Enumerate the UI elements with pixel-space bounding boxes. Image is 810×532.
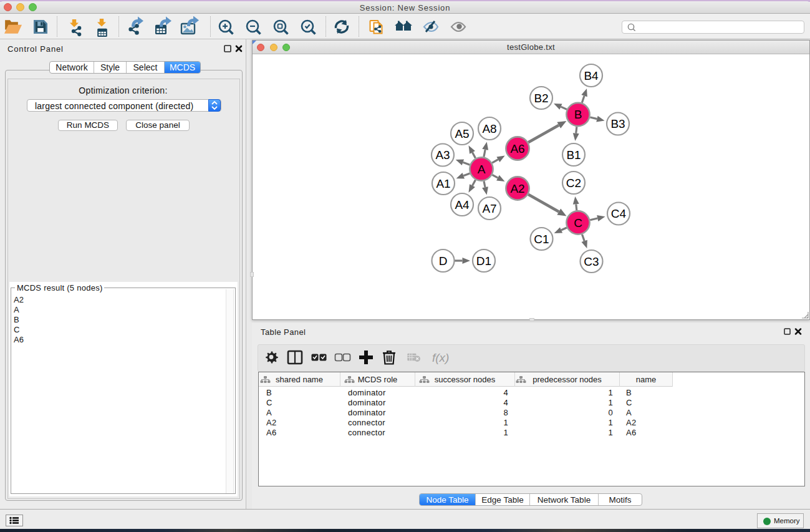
svg-text:B4: B4 [584, 69, 599, 82]
svg-text:C1: C1 [534, 233, 549, 246]
svg-text:A4: A4 [455, 198, 470, 211]
svg-text:B3: B3 [610, 117, 625, 130]
svg-text:C4: C4 [611, 207, 627, 220]
svg-text:B2: B2 [534, 92, 548, 105]
svg-text:B: B [574, 108, 582, 121]
svg-text:A8: A8 [482, 122, 496, 135]
svg-text:D1: D1 [476, 254, 491, 268]
svg-text:A7: A7 [482, 202, 496, 215]
svg-text:B1: B1 [566, 148, 581, 162]
svg-text:D: D [439, 254, 448, 268]
svg-text:A5: A5 [455, 127, 469, 140]
svg-text:C2: C2 [566, 177, 581, 190]
svg-text:A3: A3 [435, 148, 450, 162]
svg-text:C3: C3 [584, 255, 599, 268]
svg-text:A: A [478, 163, 486, 176]
svg-text:A1: A1 [436, 177, 450, 190]
svg-text:C: C [574, 216, 582, 230]
svg-text:A6: A6 [510, 142, 524, 155]
svg-text:A2: A2 [510, 182, 524, 195]
svg-text:f(x): f(x) [432, 351, 449, 364]
